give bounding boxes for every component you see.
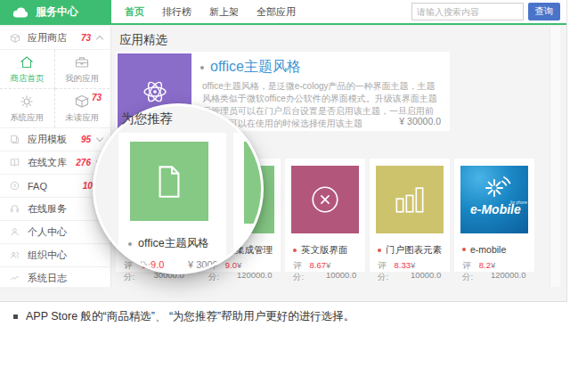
recommend-card-emobile[interactable]: e-Mobile for phone e-mobile 评分: 8.2 ¥ 12…	[454, 159, 534, 272]
open-box-icon	[9, 32, 21, 45]
sidebar-item-label: 组织中心	[28, 249, 67, 262]
card-title: 英文版界面	[301, 244, 348, 257]
sidebar: 应用商店 73 商店首页 我的应用	[0, 27, 111, 287]
card-price: ¥ 120000.0	[491, 260, 527, 283]
featured-app-title-row: office主题风格	[200, 58, 301, 77]
card-tile	[376, 166, 444, 233]
bullet-icon	[462, 248, 466, 251]
cloud-icon	[12, 6, 29, 18]
card-price: ¥ 120000.0	[237, 260, 273, 283]
count-badge: 276	[76, 158, 91, 167]
app-title: 服务中心	[36, 4, 78, 20]
unread-badge: 73	[81, 33, 91, 43]
recommend-card-english-ui[interactable]: 英文版界面 评分: 8.67 ¥ 10000.0	[285, 159, 365, 272]
bullet-icon	[128, 242, 132, 246]
recommend-section-heading: 为您推荐	[121, 110, 173, 127]
open-box-icon	[73, 93, 91, 110]
featured-section-heading: 应用精选	[119, 32, 167, 48]
magnifier-circle: office主题风格 评分: 9.0 ¥ 30000.0	[93, 103, 264, 274]
sidebar-item-unread-apps[interactable]: 73 未读应用	[55, 89, 110, 127]
sidebar-item-label: FAQ	[28, 181, 47, 192]
magnified-card[interactable]: office主题风格 评分: 9.0 ¥ 30000.0	[118, 133, 226, 274]
book-icon	[9, 157, 21, 169]
rating-value: 9.0	[151, 259, 164, 273]
e-mobile-logo: e-Mobile for phone	[460, 166, 528, 233]
sidebar-item-label: 在线服务	[28, 202, 67, 216]
chevron-down-icon[interactable]	[96, 135, 103, 142]
sidebar-item-org-center[interactable]: 组织中心	[0, 244, 110, 267]
sidebar-group-label: 应用商店	[28, 31, 67, 45]
nav-new[interactable]: 新上架	[209, 5, 239, 19]
sidebar-item-label: 应用模板	[28, 133, 67, 146]
card-title: 门户图表元素	[386, 244, 442, 257]
recommend-card-portal-charts[interactable]: 门户图表元素 评分: 8.33 ¥ 10000.0	[370, 159, 450, 272]
featured-app-price: ¥ 30000.0	[399, 116, 441, 127]
sidebar-item-my-apps[interactable]: 我的应用	[55, 50, 110, 89]
nav-ranking[interactable]: 排行榜	[162, 5, 191, 19]
card-price: ¥ 10000.0	[411, 260, 443, 283]
starburst-icon	[486, 177, 510, 196]
grid-label: 未读应用	[65, 112, 99, 124]
circle-x-icon	[305, 180, 345, 219]
sidebar-item-store-home[interactable]: 商店首页	[0, 50, 55, 89]
search-bar: 查询	[411, 3, 560, 20]
featured-app-title[interactable]: office主题风格	[210, 58, 301, 77]
nav-home[interactable]: 首页	[125, 5, 144, 19]
magnified-card-tile	[130, 142, 208, 221]
rating-label: 评分:	[293, 260, 309, 283]
bar-chart-icon	[390, 180, 429, 219]
bullet-icon	[293, 249, 297, 252]
top-header: 服务中心 首页 排行榜 新上架 全部应用 查询	[0, 0, 566, 25]
rating-label: 评分:	[378, 260, 394, 283]
nav-all-apps[interactable]: 全部应用	[256, 5, 296, 19]
square-bullet-icon	[13, 314, 18, 319]
sidebar-item-system-log[interactable]: 系统日志	[0, 267, 110, 290]
e-mobile-sub-text: for phone	[510, 200, 528, 205]
card-title: e-mobile	[470, 244, 506, 255]
question-icon: ?	[9, 180, 21, 192]
headset-icon	[9, 203, 21, 216]
rating-value: 8.67	[309, 260, 326, 283]
card-price: ¥ 10000.0	[326, 260, 358, 283]
sidebar-item-label: 系统日志	[28, 272, 67, 285]
document-icon	[147, 157, 191, 207]
rating-value: 9.0	[225, 260, 237, 283]
sidebar-app-grid: 商店首页 我的应用 系统应用	[0, 50, 110, 128]
gear-icon	[18, 93, 36, 110]
app-window: 服务中心 首页 排行榜 新上架 全部应用 查询 应用商店 73	[0, 0, 567, 302]
sidebar-item-label: 在线文库	[28, 156, 67, 169]
caption-text: APP Store 般的“商品精选”、 “为您推荐”帮助用户更好的进行选择。	[26, 309, 354, 324]
bullet-icon	[200, 66, 204, 69]
chevron-up-icon[interactable]	[96, 36, 103, 43]
search-input[interactable]	[411, 3, 524, 20]
sidebar-item-app-templates[interactable]: 应用模板 95	[0, 128, 110, 151]
rating-value: 8.2	[479, 260, 491, 283]
briefcase-icon	[73, 53, 91, 71]
svg-text:?: ?	[13, 184, 17, 189]
app-logo[interactable]: 服务中心	[0, 0, 111, 24]
unread-badge: 73	[92, 93, 102, 102]
user-icon	[9, 226, 21, 239]
slide-caption: APP Store 般的“商品精选”、 “为您推荐”帮助用户更好的进行选择。	[13, 309, 354, 324]
sidebar-group-app-store[interactable]: 应用商店 73	[0, 27, 110, 50]
grid-label: 商店首页	[10, 73, 44, 85]
pages-icon	[9, 134, 21, 146]
card-tile	[291, 166, 359, 233]
bullet-icon	[378, 249, 381, 252]
sidebar-item-system-apps[interactable]: 系统应用	[0, 89, 55, 127]
top-nav: 首页 排行榜 新上架 全部应用	[125, 5, 296, 19]
magnified-card-title: office主题风格	[138, 236, 209, 251]
rating-label: 评分:	[462, 260, 479, 283]
scrollbar-track[interactable]	[550, 27, 560, 287]
users-icon	[9, 249, 21, 262]
home-icon	[18, 53, 36, 71]
search-button[interactable]: 查询	[528, 3, 560, 20]
count-badge: 95	[81, 135, 91, 144]
rating-value: 8.33	[394, 260, 411, 283]
line-chart-icon	[9, 273, 21, 285]
sidebar-item-personal-center[interactable]: 个人中心	[0, 221, 110, 244]
sidebar-item-label: 个人中心	[28, 225, 67, 239]
grid-label: 我的应用	[65, 73, 99, 85]
grid-label: 系统应用	[10, 112, 44, 124]
